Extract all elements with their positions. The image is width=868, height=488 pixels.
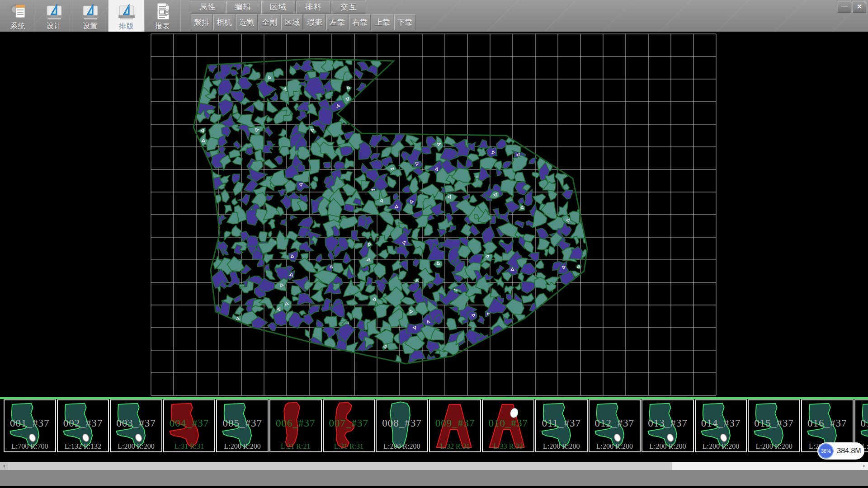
tool-button-上靠[interactable]: 上靠 [372, 14, 393, 30]
menu-button-属性[interactable]: 属性 [191, 1, 225, 14]
close-button[interactable]: ✕ [853, 1, 866, 13]
scroll-right-button[interactable]: › [860, 462, 868, 470]
nav-button-排版[interactable]: 排版 [108, 0, 145, 32]
piece-thumbnail-011_#37[interactable]: 011_#37L:200 R:200 [535, 399, 588, 452]
piece-thumbnail-003_#37[interactable]: 003_#37L:200 R:200 [110, 399, 162, 452]
tool-button-瑕疵[interactable]: 瑕疵 [304, 14, 326, 30]
piece-thumbnail-013_#37[interactable]: 013_#37L:200 R:200 [642, 399, 694, 452]
piece-thumbnail-010_#37[interactable]: 010_#37L:33 R:33 [482, 399, 534, 452]
piece-shape-ashape [430, 400, 481, 451]
tool-button-相机[interactable]: 相机 [213, 14, 235, 30]
tool-button-下靠[interactable]: 下靠 [394, 14, 416, 30]
window-controls: — ✕ [838, 1, 866, 13]
piece-thumbnail-005_#37[interactable]: 005_#37L:200 R:200 [216, 399, 269, 452]
menu-button-交互[interactable]: 交互 [332, 1, 366, 14]
piece-thumbnail-004_#37[interactable]: 004_#37L:31 R:31 [163, 399, 216, 452]
piece-thumbnail-strip: 001_#37L:700 R:700002_#37L:132 R:132003_… [0, 399, 868, 452]
piece-shape-slab [377, 400, 427, 451]
scrollbar-thumb[interactable] [8, 462, 672, 470]
piece-thumbnail-009_#37[interactable]: 009_#37L:32 R:31 [429, 399, 481, 452]
nested-pieces [194, 58, 590, 366]
nav-button-设计[interactable]: 设计 [36, 0, 72, 32]
piece-shape-boot [111, 400, 161, 451]
piece-shape-boot [58, 400, 108, 451]
tool-button-区域[interactable]: 区域 [281, 14, 303, 30]
nav-button-label: 系统 [10, 22, 26, 31]
progress-circle: 38% [818, 443, 834, 459]
settings-icon [80, 2, 100, 21]
scroll-left-button[interactable]: ‹ [0, 462, 8, 470]
nav-button-label: 设置 [83, 22, 98, 31]
nest-canvas[interactable] [0, 32, 868, 397]
piece-shape-boot [164, 400, 215, 451]
memory-value: 384.8M [834, 447, 864, 455]
piece-shape-cshape [324, 400, 374, 451]
nav-button-报表[interactable]: 报表 [145, 0, 181, 32]
nav-button-系统[interactable]: 系统 [0, 0, 36, 32]
piece-thumbnail-002_#37[interactable]: 002_#37L:132 R:132 [57, 399, 109, 452]
piece-shape-boot [642, 400, 693, 451]
nav-toolbar: 系统设计设置排版报表 [0, 0, 181, 32]
tool-button-右靠[interactable]: 右靠 [349, 14, 371, 30]
horizontal-scrollbar[interactable]: ‹ › [0, 462, 868, 470]
piece-shape-boot [696, 400, 746, 451]
layout-icon [117, 2, 137, 21]
piece-shape-boot [536, 400, 587, 451]
tool-button-全割[interactable]: 全割 [259, 14, 280, 30]
piece-thumbnail-006_#37[interactable]: 006_#37L:21 R:21 [269, 399, 322, 452]
piece-thumbnail-012_#37[interactable]: 012_#37L:200 R:200 [589, 399, 641, 452]
piece-shape-boot [749, 400, 799, 451]
menu-button-排料[interactable]: 排料 [297, 1, 331, 14]
memory-badge: 38% 384.8M [817, 442, 864, 460]
status-bar [0, 470, 868, 487]
nav-button-label: 排版 [119, 22, 134, 31]
piece-shape-boot [590, 400, 640, 451]
tool-button-聚排[interactable]: 聚排 [191, 14, 212, 30]
nav-button-label: 设计 [47, 22, 62, 31]
piece-shape-ashape [483, 400, 533, 451]
menu-block: 属性编辑区域排料交互 聚排相机选割全割区域瑕疵左靠右靠上靠下靠 [191, 0, 417, 30]
tool-button-选割[interactable]: 选割 [236, 14, 258, 30]
piece-thumbnail-008_#37[interactable]: 008_#37L:200 R:200 [376, 399, 428, 452]
piece-thumbnail-014_#37[interactable]: 014_#37L:200 R:200 [695, 399, 747, 452]
menu-row-2: 聚排相机选割全割区域瑕疵左靠右靠上靠下靠 [191, 14, 417, 30]
nesting-canvas-area[interactable] [0, 32, 868, 397]
piece-shape-blob [270, 400, 321, 451]
piece-thumbnail-015_#37[interactable]: 015_#37L:200 R:200 [748, 399, 800, 452]
tool-button-左靠[interactable]: 左靠 [326, 14, 348, 30]
piece-thumbnail-007_#37[interactable]: 007_#37L:31 R:31 [323, 399, 375, 452]
report-icon [153, 2, 173, 21]
minimize-button[interactable]: — [838, 1, 851, 13]
piece-thumbnail-001_#37[interactable]: 001_#37L:700 R:700 [4, 399, 56, 452]
strip-top-line [0, 397, 868, 399]
menu-row-1: 属性编辑区域排料交互 [191, 1, 417, 14]
nav-button-设置[interactable]: 设置 [72, 0, 108, 32]
system-icon [8, 2, 28, 21]
main-toolbar: 系统设计设置排版报表 属性编辑区域排料交互 聚排相机选割全割区域瑕疵左靠右靠上靠… [0, 0, 868, 32]
piece-shape-boot [217, 400, 268, 451]
design-icon [44, 2, 64, 21]
menu-button-区域[interactable]: 区域 [261, 1, 296, 14]
menu-button-编辑[interactable]: 编辑 [226, 1, 260, 14]
piece-shape-boot [5, 400, 55, 451]
nav-button-label: 报表 [155, 22, 170, 31]
